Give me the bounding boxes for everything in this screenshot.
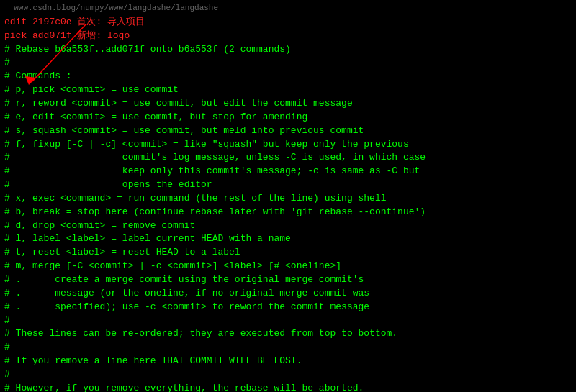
terminal-line: # b, break = stop here (continue rebase … xyxy=(4,206,572,219)
terminal-line: # xyxy=(4,314,572,328)
terminal-line: edit 2197c0e 首次: 导入项目 xyxy=(4,16,572,29)
terminal-line: # d, drop <commit> = remove commit xyxy=(4,219,572,233)
terminal-line: # e, edit <commit> = use commit, but sto… xyxy=(4,111,572,124)
terminal-line: # opens the editor xyxy=(4,178,572,192)
terminal-line: # xyxy=(4,368,572,382)
terminal-line: # commit's log message, unless -C is use… xyxy=(4,151,572,165)
terminal-line: # s, squash <commit> = use commit, but m… xyxy=(4,124,572,138)
terminal-line: # These lines can be re-ordered; they ar… xyxy=(4,327,572,341)
terminal-line: # t, reset <label> = reset HEAD to a lab… xyxy=(4,246,572,260)
url-bar: www.csdn.blog/numpy/www/langdashe/langda… xyxy=(4,3,572,14)
terminal-line: # r, reword <commit> = use commit, but e… xyxy=(4,97,572,111)
terminal-line: # x, exec <command> = run command (the r… xyxy=(4,192,572,206)
terminal-line: # . specified); use -c <commit> to rewor… xyxy=(4,301,572,314)
terminal-content: edit 2197c0e 首次: 导入项目pick add071f 新增: lo… xyxy=(4,16,572,392)
terminal-line: # . message (or the oneline, if no origi… xyxy=(4,287,572,301)
terminal-line: # xyxy=(4,341,572,355)
terminal-window: www.csdn.blog/numpy/www/langdashe/langda… xyxy=(0,0,576,392)
terminal-line: # Rebase b6a553f..add071f onto b6a553f (… xyxy=(4,43,572,57)
terminal-line: # m, merge [-C <commit> | -c <commit>] <… xyxy=(4,260,572,273)
terminal-line: pick add071f 新增: logo xyxy=(4,29,572,43)
terminal-line: # f, fixup [-C | -c] <commit> = like "sq… xyxy=(4,138,572,152)
terminal-line: # keep only this commit's message; -c is… xyxy=(4,165,572,178)
terminal-line: # Commands : xyxy=(4,70,572,83)
terminal-line: # However, if you remove everything, the… xyxy=(4,382,572,392)
terminal-line: # p, pick <commit> = use commit xyxy=(4,83,572,97)
terminal-line: # l, label <label> = label current HEAD … xyxy=(4,232,572,246)
terminal-line: # xyxy=(4,56,572,70)
terminal-line: # . create a merge commit using the orig… xyxy=(4,273,572,287)
terminal-line: # If you remove a line here THAT COMMIT … xyxy=(4,355,572,368)
